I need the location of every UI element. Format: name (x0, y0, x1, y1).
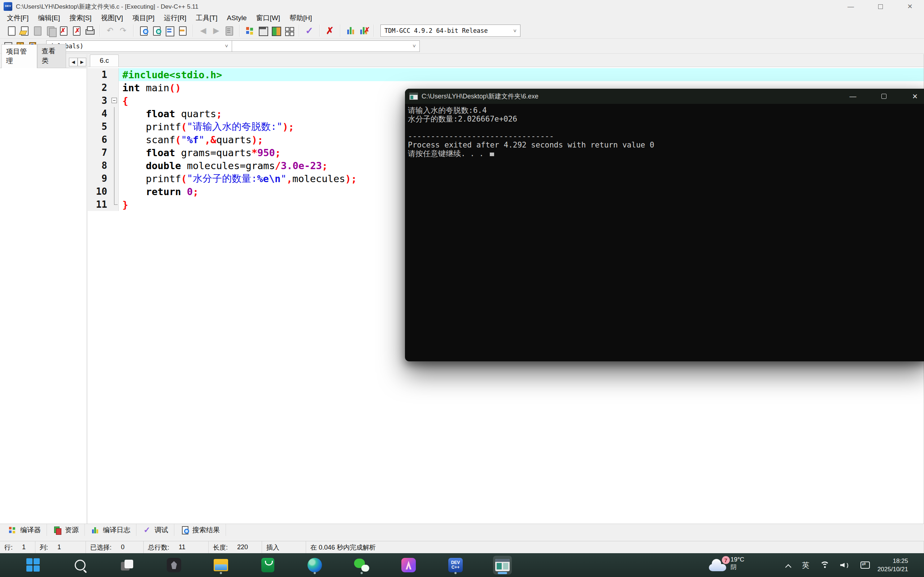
taskbar-edge[interactable] (305, 556, 324, 574)
code-token: int (122, 82, 140, 93)
member-select[interactable]: ˅ (232, 40, 420, 52)
save-icon[interactable] (31, 25, 44, 36)
goto-line-icon[interactable] (223, 25, 236, 36)
code-token: %f (187, 134, 199, 145)
report-tab-3[interactable]: ✓调试 (136, 524, 174, 536)
menu-item-4[interactable]: 项目[P] (128, 12, 159, 24)
status-label: 插入 (267, 543, 279, 552)
weather-widget[interactable]: 7 19°C 阴 (708, 555, 744, 571)
close-file-icon[interactable] (57, 25, 70, 36)
panel-tab-next-icon[interactable]: ▶ (78, 58, 86, 66)
taskbar-taskview[interactable] (118, 556, 136, 574)
stop-icon[interactable]: ✗ (323, 25, 336, 36)
toolbar-group-3: ◀▶ (195, 25, 238, 36)
project-options-icon[interactable] (256, 25, 269, 36)
project-colored-icon[interactable] (269, 25, 282, 36)
taskbar-store[interactable] (258, 556, 277, 574)
menu-item-1[interactable]: 编辑[E] (33, 12, 65, 24)
ime-indicator[interactable]: 英 (802, 561, 809, 570)
code-token: float (146, 108, 175, 119)
code-token: molecules=grams (181, 160, 275, 171)
minimize-icon[interactable]: — (845, 2, 856, 11)
taskbar-devcpp[interactable]: DEVC++ (446, 556, 465, 574)
tab-project-manager[interactable]: 项目管理 (2, 44, 37, 68)
status-segment-4: 长度:220 (208, 541, 262, 553)
wifi-icon[interactable] (820, 561, 829, 569)
console-output[interactable]: 请输入水的夸脱数:6.4水分子的数量:2.026667e+026--------… (405, 104, 924, 158)
close-icon[interactable]: ✕ (905, 2, 915, 11)
menu-item-5[interactable]: 运行[R] (159, 12, 191, 24)
menu-item-6[interactable]: 工具[T] (191, 12, 222, 24)
menu-item-9[interactable]: 帮助[H] (285, 12, 317, 24)
menu-item-3[interactable]: 视图[V] (96, 12, 128, 24)
code-token: quarts (175, 108, 216, 119)
back-icon[interactable]: ◀ (197, 25, 210, 36)
compile-icon[interactable]: ✓ (303, 25, 316, 36)
console-title-bar[interactable]: C:\Users\LYH\Desktop\新建文件夹\6.exe — ✕ (405, 89, 924, 104)
fold-line-end (114, 198, 115, 205)
find-icon[interactable] (137, 25, 150, 36)
taskbar-console[interactable] (493, 556, 512, 574)
status-label: 列: (40, 543, 48, 552)
redo-icon[interactable]: ↷ (116, 25, 129, 36)
weather-condition: 阴 (730, 563, 744, 571)
save-all-icon[interactable] (44, 25, 57, 36)
menu-item-7[interactable]: AStyle (222, 13, 252, 23)
report-tab-4[interactable]: 搜索结果 (174, 524, 226, 536)
report-tab-1[interactable]: 资源 (47, 524, 85, 536)
status-label: 长度: (213, 543, 228, 552)
replace-icon[interactable] (163, 25, 176, 36)
fold-collapse-icon[interactable] (111, 98, 117, 103)
chevron-down-icon: ˅ (513, 28, 517, 34)
profile-del-icon[interactable]: ✗ (357, 25, 370, 36)
status-label: 在 0.046 秒内完成解析 (310, 543, 376, 552)
devcpp-icon: DEVC++ (448, 558, 463, 572)
taskbar-clock[interactable]: 18:25 2025/10/21 (877, 557, 908, 574)
project-panel-tabs: 项目管理 查看类 ◀ ▶ (0, 54, 86, 68)
new-file-icon[interactable] (5, 25, 18, 36)
code-token (122, 147, 146, 158)
find-in-files-icon[interactable] (150, 25, 163, 36)
taskbar-search[interactable] (71, 556, 89, 574)
forward-icon[interactable]: ▶ (210, 25, 223, 36)
volume-icon[interactable] (840, 561, 850, 569)
code-line[interactable]: 1#include<stdio.h> (88, 68, 924, 81)
fold-gutter[interactable] (110, 94, 119, 107)
globals-select[interactable]: (globals) ˅ (46, 40, 232, 52)
console-close-icon[interactable]: ✕ (909, 91, 921, 102)
open-file-icon[interactable] (18, 25, 31, 36)
taskbar-explorer[interactable] (212, 556, 230, 574)
print-icon[interactable] (83, 25, 96, 36)
menu-item-0[interactable]: 文件[F] (2, 12, 33, 24)
close-all-icon[interactable] (70, 25, 83, 36)
compiler-select[interactable]: TDM-GCC 4.9.2 64-bit Release ˅ (380, 24, 520, 37)
chart-icon (90, 526, 100, 534)
new-project-icon[interactable] (243, 25, 256, 36)
tray-expand-icon[interactable] (786, 564, 791, 569)
start-icon (26, 558, 40, 572)
undo-icon[interactable]: ↶ (103, 25, 116, 36)
code-token: * (252, 147, 257, 158)
file-tab[interactable]: 6.c (90, 55, 119, 67)
restore-icon[interactable] (875, 2, 886, 11)
menu-item-8[interactable]: 窗口[W] (251, 12, 285, 24)
device-sync-icon[interactable] (861, 561, 870, 569)
tab-class-view[interactable]: 查看类 (37, 44, 66, 68)
console-window[interactable]: C:\Users\LYH\Desktop\新建文件夹\6.exe — ✕ 请输入… (405, 89, 924, 361)
taskbar-designer[interactable] (399, 556, 418, 574)
replace-all-icon[interactable] (176, 25, 189, 36)
console-maximize-icon[interactable] (879, 91, 889, 102)
taskbar-game[interactable] (165, 556, 183, 574)
report-tab-2[interactable]: 编译日志 (85, 524, 136, 536)
report-tab-0[interactable]: 编译器 (2, 524, 47, 536)
menu-item-2[interactable]: 搜索[S] (65, 12, 96, 24)
taskbar-wechat[interactable] (352, 556, 371, 574)
report-tab-label: 编译日志 (103, 525, 130, 535)
code-token: printf (122, 121, 181, 132)
profile-icon[interactable] (344, 25, 357, 36)
project-panel-body[interactable] (0, 68, 86, 524)
panel-tab-prev-icon[interactable]: ◀ (69, 58, 78, 66)
console-minimize-icon[interactable]: — (848, 91, 858, 102)
project-grid-icon[interactable] (282, 25, 295, 36)
taskbar-start[interactable] (24, 556, 43, 574)
